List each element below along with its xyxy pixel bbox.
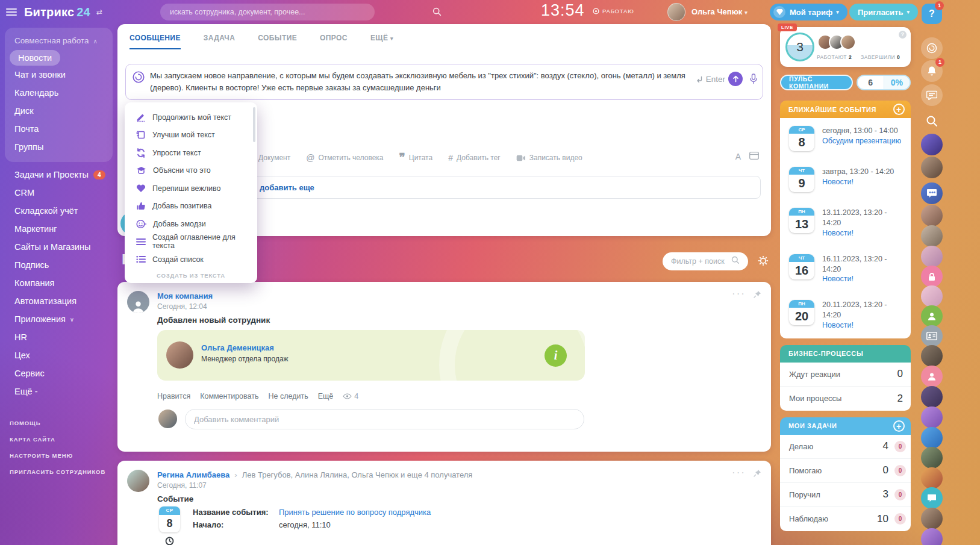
sidebar-item-tasks[interactable]: Задачи и Проекты4 (5, 166, 113, 184)
comment-button[interactable]: Комментировать (200, 392, 258, 400)
event-link[interactable]: Новости! (822, 274, 905, 284)
event-item[interactable]: ПН20 20.11.2023, 13:20 - 14:20Новости! (780, 292, 911, 338)
sidebar-invite-employees-link[interactable]: ПРИГЛАСИТЬ СОТРУДНИКОВ (0, 464, 117, 480)
event-item[interactable]: СР8 сегодня, 13:00 - 14:00Обсудим презен… (780, 118, 911, 159)
add-tag-button[interactable]: #Добавить тег (448, 153, 501, 163)
sidebar-help-link[interactable]: ПОМОЩЬ (0, 415, 117, 431)
tab-more[interactable]: ЕЩЁ ▾ (370, 34, 393, 49)
sidebar-item-disk[interactable]: Диск (5, 102, 113, 120)
new-employee-card[interactable]: Ольга Деменицкая Менеджер отдела продаж … (157, 330, 585, 381)
user-avatar[interactable] (921, 427, 943, 449)
task-row-assigned[interactable]: Поручил30 (780, 483, 911, 507)
menu-item-explain[interactable]: Объясни что это (125, 162, 257, 180)
menu-item-improve-text[interactable]: Улучши мой текст (125, 126, 257, 145)
sidebar-item-hr[interactable]: HR (5, 328, 113, 346)
live-widget[interactable]: LIVE 3 РАБОТАЮТ2 ЗАВЕРШИЛИ0 ? (780, 27, 911, 67)
company-pulse-button[interactable]: ПУЛЬС КОМПАНИИ (780, 75, 853, 90)
more-button[interactable]: Ещё (318, 392, 334, 400)
post-author-link[interactable]: Моя компания (157, 291, 213, 301)
menu-item-add-positive[interactable]: Добавь позитива (125, 198, 257, 216)
menu-icon[interactable] (6, 8, 17, 16)
send-icon[interactable] (728, 72, 743, 86)
sidebar-item-crm[interactable]: CRM (5, 184, 113, 202)
bp-row-waiting[interactable]: Ждут реакции0 (780, 363, 911, 387)
search-input[interactable] (160, 4, 375, 20)
copilot-button[interactable] (921, 37, 943, 59)
employee-name-link[interactable]: Ольга Деменицкая (201, 343, 274, 352)
menu-item-continue-text[interactable]: Продолжить мой текст (125, 108, 257, 126)
sidebar-sitemap-link[interactable]: КАРТА САЙТА (0, 431, 117, 447)
sidebar-item-sign[interactable]: Подпись (5, 256, 113, 274)
sidebar-item-company[interactable]: Компания (5, 274, 113, 292)
sidebar-item-mail[interactable]: Почта (5, 120, 113, 138)
sidebar-item-more[interactable]: Ещё - (5, 382, 113, 400)
sidebar-item-news[interactable]: Новости (10, 50, 60, 66)
search-icon[interactable] (432, 7, 442, 19)
tab-message[interactable]: СООБЩЕНИЕ (130, 34, 181, 49)
task-row-watching[interactable]: Наблюдаю100 (780, 507, 911, 531)
user-avatar[interactable] (921, 508, 943, 529)
unfollow-button[interactable]: Не следить (268, 392, 308, 400)
tab-event[interactable]: СОБЫТИЕ (258, 34, 297, 49)
invite-button[interactable]: Пригласить▾ (849, 4, 918, 20)
bp-row-my-processes[interactable]: Мои процессы2 (780, 387, 911, 411)
like-button[interactable]: Нравится (157, 392, 190, 400)
post-more-icon[interactable]: ··· (732, 467, 746, 479)
event-item[interactable]: ЧТ9 завтра, 13:20 - 14:20Новости! (780, 159, 911, 200)
post-author-link[interactable]: Регина Алимбаева (157, 470, 229, 479)
user-avatar[interactable] (921, 134, 943, 155)
company-avatar[interactable] (127, 291, 149, 313)
user-avatar[interactable] (921, 285, 943, 307)
filter-search-input[interactable] (671, 257, 731, 266)
sidebar-item-calendar[interactable]: Календарь (5, 84, 113, 102)
event-link[interactable]: Новости! (822, 177, 894, 187)
feed-settings-gear-icon[interactable] (758, 255, 769, 269)
pin-icon[interactable] (754, 290, 761, 301)
user-avatar[interactable] (921, 467, 943, 489)
chat-button[interactable] (921, 84, 943, 106)
event-link[interactable]: Новости! (822, 228, 905, 238)
event-item[interactable]: ЧТ16 16.11.2023, 13:20 - 14:20Новости! (780, 246, 911, 293)
post-recipients[interactable]: Лев Трегубов, Алина Лялина, Ольга Чепюк … (242, 470, 473, 479)
add-recipient-link[interactable]: добавить еще (260, 183, 314, 192)
layout-panel-icon[interactable] (749, 152, 759, 161)
sidebar-item-automation[interactable]: Автоматизация (5, 292, 113, 310)
quote-button[interactable]: ❞Цитата (399, 154, 433, 162)
message-textarea[interactable]: Мы запускаем новое направление, с которы… (125, 64, 763, 100)
user-avatar[interactable] (921, 447, 943, 469)
clock[interactable]: 13:54 (541, 1, 585, 20)
user-avatar[interactable] (667, 3, 685, 21)
avatar[interactable] (840, 34, 856, 50)
sidebar-configure-menu-link[interactable]: НАСТРОИТЬ МЕНЮ (0, 447, 117, 464)
sidebar-item-chat[interactable]: Чат и звонки (5, 66, 113, 84)
sidebar-item-sites[interactable]: Сайты и Магазины (5, 238, 113, 256)
menu-item-create-outline[interactable]: Создай оглавление для текста (125, 233, 257, 251)
copilot-icon[interactable] (133, 71, 145, 87)
help-icon[interactable]: ? (899, 31, 907, 39)
event-link[interactable]: Новости! (822, 320, 905, 331)
user-avatar[interactable] (921, 345, 943, 367)
sidebar-item-warehouse[interactable]: Складской учёт (5, 202, 113, 220)
post-more-icon[interactable]: ··· (732, 288, 746, 300)
task-row-doing[interactable]: Делаю40 (780, 435, 911, 459)
event-name-link[interactable]: Принять решение по вопросу подрядчика (279, 508, 431, 517)
info-icon[interactable]: i (545, 344, 567, 367)
tab-poll[interactable]: ОПРОС (320, 34, 348, 49)
contact-card-avatar[interactable] (921, 325, 943, 347)
group-chat-avatar[interactable] (921, 182, 943, 204)
switch-icon[interactable]: ⇄ (96, 8, 102, 16)
sidebar-item-service[interactable]: Сервис (5, 364, 113, 382)
user-avatar[interactable] (921, 157, 943, 178)
search-icon[interactable] (921, 110, 943, 132)
sidebar-item-groups[interactable]: Группы (5, 138, 113, 156)
add-event-icon[interactable]: + (893, 104, 905, 115)
tab-task[interactable]: ЗАДАЧА (204, 34, 235, 49)
microphone-icon[interactable] (749, 73, 758, 88)
task-row-helping[interactable]: Помогаю00 (780, 459, 911, 483)
tariff-button[interactable]: Мой тариф▾ (770, 4, 847, 20)
menu-item-create-list[interactable]: Создай список (125, 251, 257, 269)
sidebar-item-marketing[interactable]: Маркетинг (5, 220, 113, 238)
person-avatar[interactable] (921, 305, 943, 327)
chat-avatar[interactable] (921, 487, 943, 509)
comment-input[interactable] (185, 409, 584, 429)
